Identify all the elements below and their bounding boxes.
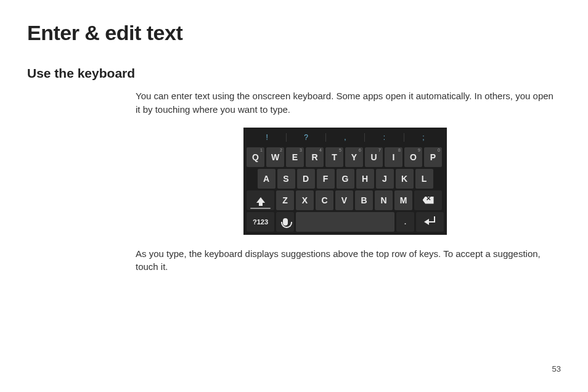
key-number: 4 [319, 148, 322, 152]
symbols-key[interactable]: ?123 [247, 212, 274, 232]
keyboard-figure: ! ? , : ; Q1 W2 E3 R4 T5 Y6 [243, 128, 447, 235]
key-label: E [292, 152, 298, 162]
suggestion[interactable]: , [326, 133, 364, 142]
page-number: 53 [552, 364, 561, 374]
underline [250, 208, 271, 209]
key-number: 3 [300, 148, 302, 152]
key-number: 8 [398, 148, 401, 152]
period-key[interactable]: . [396, 212, 414, 232]
shift-key[interactable] [247, 190, 274, 210]
page-title: Enter & edit text [27, 21, 561, 45]
key-z[interactable]: Z [276, 190, 294, 210]
key-o[interactable]: O9 [404, 147, 422, 167]
key-p[interactable]: P0 [424, 147, 442, 167]
suggestion-bar: ! ? , : ; [245, 129, 445, 145]
key-b[interactable]: B [355, 190, 373, 210]
key-label: P [430, 152, 436, 162]
key-c[interactable]: C [316, 190, 333, 210]
key-number: 9 [418, 148, 420, 152]
body-content: You can enter text using the onscreen ke… [136, 89, 555, 274]
mic-icon [283, 218, 288, 226]
suggestion[interactable]: ? [287, 133, 325, 142]
suggestion[interactable]: ! [248, 133, 286, 142]
key-label: T [332, 152, 337, 162]
shift-icon [256, 197, 265, 203]
space-key[interactable] [296, 212, 394, 232]
section-heading: Use the keyboard [27, 66, 561, 81]
key-s[interactable]: S [277, 169, 295, 189]
key-g[interactable]: G [337, 169, 354, 189]
enter-key[interactable] [416, 212, 444, 232]
key-label: R [311, 152, 317, 162]
key-f[interactable]: F [317, 169, 335, 189]
suggestion[interactable]: : [365, 133, 403, 142]
suggestion[interactable]: ; [404, 133, 443, 142]
key-number: 5 [339, 148, 341, 152]
key-w[interactable]: W2 [266, 147, 284, 167]
key-h[interactable]: H [356, 169, 374, 189]
key-t[interactable]: T5 [325, 147, 343, 167]
key-a[interactable]: A [258, 169, 276, 189]
key-e[interactable]: E3 [286, 147, 304, 167]
suggestion-paragraph: As you type, the keyboard displays sugge… [136, 247, 555, 274]
backspace-icon [423, 197, 434, 204]
key-n[interactable]: N [375, 190, 393, 210]
enter-icon [425, 221, 435, 223]
key-x[interactable]: X [296, 190, 314, 210]
mic-key[interactable] [276, 212, 294, 232]
key-label: O [410, 152, 417, 162]
key-d[interactable]: D [297, 169, 315, 189]
key-y[interactable]: Y6 [345, 147, 363, 167]
key-row-4: ?123 . [245, 212, 445, 232]
key-number: 1 [260, 148, 263, 152]
key-row-1: Q1 W2 E3 R4 T5 Y6 U7 I8 O9 P0 [245, 147, 445, 167]
key-i[interactable]: I8 [385, 147, 402, 167]
backspace-key[interactable] [414, 190, 442, 210]
key-number: 7 [378, 148, 381, 152]
key-q[interactable]: Q1 [247, 147, 264, 167]
intro-paragraph: You can enter text using the onscreen ke… [136, 89, 555, 116]
key-number: 6 [359, 148, 361, 152]
key-row-2: A S D F G H J K L [245, 169, 445, 189]
key-m[interactable]: M [394, 190, 412, 210]
key-number: 0 [438, 148, 440, 152]
key-label: U [370, 152, 377, 162]
key-k[interactable]: K [396, 169, 414, 189]
key-v[interactable]: V [335, 190, 353, 210]
key-u[interactable]: U7 [365, 147, 383, 167]
key-number: 2 [280, 148, 282, 152]
key-j[interactable]: J [376, 169, 394, 189]
key-r[interactable]: R4 [306, 147, 324, 167]
onscreen-keyboard: ! ? , : ; Q1 W2 E3 R4 T5 Y6 [243, 128, 447, 235]
key-label: I [393, 152, 395, 162]
key-label: Y [351, 152, 357, 162]
key-label: W [271, 152, 279, 162]
key-row-3: Z X C V B N M [245, 190, 445, 210]
document-page: Enter & edit text Use the keyboard You c… [0, 0, 588, 392]
key-label: Q [252, 152, 259, 162]
key-l[interactable]: L [415, 169, 433, 189]
